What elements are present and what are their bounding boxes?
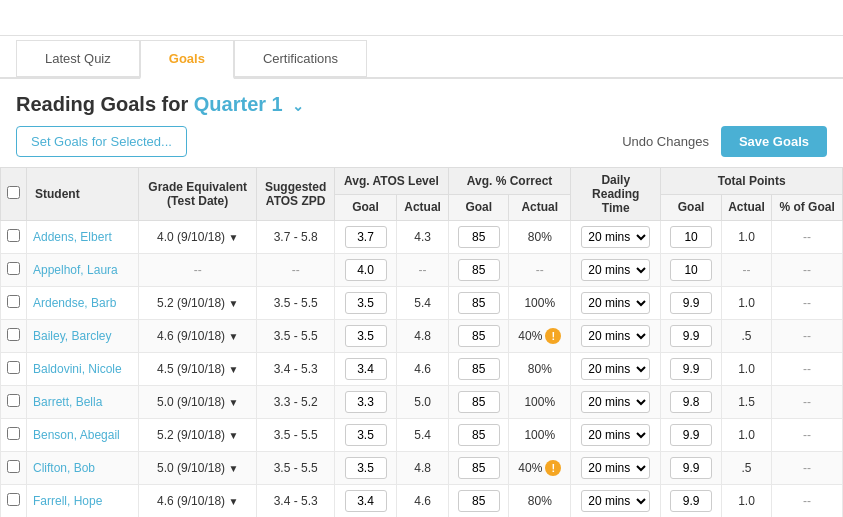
atos-goal-cell[interactable] bbox=[334, 221, 396, 254]
correct-goal-input[interactable] bbox=[458, 325, 500, 347]
table-row: Addens, Elbert 4.0 (9/10/18) ▼ 3.7 - 5.8… bbox=[1, 221, 843, 254]
correct-goal-input[interactable] bbox=[458, 457, 500, 479]
row-checkbox[interactable] bbox=[7, 295, 20, 308]
pts-goal-input[interactable] bbox=[670, 325, 712, 347]
select-all-checkbox[interactable] bbox=[7, 186, 20, 199]
pts-goal-cell[interactable] bbox=[661, 485, 722, 518]
correct-goal-input[interactable] bbox=[458, 292, 500, 314]
correct-goal-input[interactable] bbox=[458, 259, 500, 281]
correct-goal-input[interactable] bbox=[458, 490, 500, 512]
daily-time-select[interactable]: 20 mins 15 mins 30 mins bbox=[581, 424, 650, 446]
correct-goal-input[interactable] bbox=[458, 391, 500, 413]
student-name[interactable]: Barrett, Bella bbox=[27, 386, 139, 419]
correct-goal-input[interactable] bbox=[458, 358, 500, 380]
daily-time-select[interactable]: 20 mins 15 mins 30 mins bbox=[581, 226, 650, 248]
pts-goal-input[interactable] bbox=[670, 358, 712, 380]
pts-goal-cell[interactable] bbox=[661, 353, 722, 386]
daily-time-select[interactable]: 20 mins 15 mins 30 mins bbox=[581, 490, 650, 512]
atos-goal-input[interactable] bbox=[345, 226, 387, 248]
pts-goal-cell[interactable] bbox=[661, 287, 722, 320]
atos-goal-input[interactable] bbox=[345, 424, 387, 446]
correct-goal-cell[interactable] bbox=[448, 320, 509, 353]
tab-certifications[interactable]: Certifications bbox=[234, 40, 367, 77]
correct-goal-cell[interactable] bbox=[448, 386, 509, 419]
pts-goal-cell[interactable] bbox=[661, 320, 722, 353]
pts-goal-input[interactable] bbox=[670, 292, 712, 314]
correct-goal-cell[interactable] bbox=[448, 287, 509, 320]
undo-changes-link[interactable]: Undo Changes bbox=[622, 134, 709, 149]
daily-time-cell[interactable]: 20 mins 15 mins 30 mins bbox=[571, 419, 661, 452]
daily-time-select[interactable]: 20 mins 15 mins 30 mins bbox=[581, 391, 650, 413]
row-checkbox[interactable] bbox=[7, 229, 20, 242]
tab-latest-quiz[interactable]: Latest Quiz bbox=[16, 40, 140, 77]
atos-goal-cell[interactable] bbox=[334, 353, 396, 386]
pts-goal-cell[interactable] bbox=[661, 254, 722, 287]
correct-goal-input[interactable] bbox=[458, 226, 500, 248]
atos-goal-input[interactable] bbox=[345, 292, 387, 314]
row-checkbox[interactable] bbox=[7, 328, 20, 341]
correct-goal-cell[interactable] bbox=[448, 485, 509, 518]
correct-goal-cell[interactable] bbox=[448, 221, 509, 254]
atos-goal-input[interactable] bbox=[345, 259, 387, 281]
daily-time-cell[interactable]: 20 mins 15 mins 30 mins bbox=[571, 320, 661, 353]
atos-goal-input[interactable] bbox=[345, 358, 387, 380]
set-goals-button[interactable]: Set Goals for Selected... bbox=[16, 126, 187, 157]
atos-goal-input[interactable] bbox=[345, 325, 387, 347]
pts-goal-cell[interactable] bbox=[661, 419, 722, 452]
correct-goal-cell[interactable] bbox=[448, 452, 509, 485]
save-goals-button[interactable]: Save Goals bbox=[721, 126, 827, 157]
atos-goal-input[interactable] bbox=[345, 490, 387, 512]
row-checkbox[interactable] bbox=[7, 394, 20, 407]
daily-time-select[interactable]: 20 mins 15 mins 30 mins bbox=[581, 292, 650, 314]
atos-goal-cell[interactable] bbox=[334, 452, 396, 485]
correct-goal-cell[interactable] bbox=[448, 254, 509, 287]
daily-time-cell[interactable]: 20 mins 15 mins 30 mins bbox=[571, 386, 661, 419]
daily-time-cell[interactable]: 20 mins 15 mins 30 mins bbox=[571, 221, 661, 254]
chevron-down-icon[interactable]: ⌄ bbox=[292, 98, 304, 114]
daily-time-cell[interactable]: 20 mins 15 mins 30 mins bbox=[571, 287, 661, 320]
pts-goal-cell[interactable] bbox=[661, 221, 722, 254]
student-name[interactable]: Addens, Elbert bbox=[27, 221, 139, 254]
atos-goal-cell[interactable] bbox=[334, 386, 396, 419]
correct-goal-cell[interactable] bbox=[448, 419, 509, 452]
atos-goal-cell[interactable] bbox=[334, 419, 396, 452]
pts-goal-cell[interactable] bbox=[661, 452, 722, 485]
daily-time-cell[interactable]: 20 mins 15 mins 30 mins bbox=[571, 353, 661, 386]
pts-goal-input[interactable] bbox=[670, 259, 712, 281]
student-name[interactable]: Bailey, Barcley bbox=[27, 320, 139, 353]
daily-time-select[interactable]: 20 mins 15 mins 30 mins bbox=[581, 259, 650, 281]
tab-goals[interactable]: Goals bbox=[140, 40, 234, 79]
atos-goal-input[interactable] bbox=[345, 457, 387, 479]
student-name[interactable]: Baldovini, Nicole bbox=[27, 353, 139, 386]
student-name[interactable]: Farrell, Hope bbox=[27, 485, 139, 518]
daily-time-cell[interactable]: 20 mins 15 mins 30 mins bbox=[571, 254, 661, 287]
pts-goal-input[interactable] bbox=[670, 391, 712, 413]
atos-goal-cell[interactable] bbox=[334, 485, 396, 518]
student-name[interactable]: Appelhof, Laura bbox=[27, 254, 139, 287]
pts-goal-input[interactable] bbox=[670, 457, 712, 479]
pts-goal-input[interactable] bbox=[670, 226, 712, 248]
atos-goal-cell[interactable] bbox=[334, 254, 396, 287]
daily-time-cell[interactable]: 20 mins 15 mins 30 mins bbox=[571, 452, 661, 485]
daily-time-cell[interactable]: 20 mins 15 mins 30 mins bbox=[571, 485, 661, 518]
daily-time-select[interactable]: 20 mins 15 mins 30 mins bbox=[581, 358, 650, 380]
row-checkbox[interactable] bbox=[7, 361, 20, 374]
atos-goal-cell[interactable] bbox=[334, 320, 396, 353]
atos-goal-input[interactable] bbox=[345, 391, 387, 413]
atos-goal-cell[interactable] bbox=[334, 287, 396, 320]
pts-goal-input[interactable] bbox=[670, 424, 712, 446]
pts-goal-input[interactable] bbox=[670, 490, 712, 512]
daily-time-select[interactable]: 20 mins 15 mins 30 mins bbox=[581, 325, 650, 347]
row-checkbox[interactable] bbox=[7, 262, 20, 275]
avg-atos-header: Avg. ATOS Level bbox=[334, 168, 448, 195]
student-name[interactable]: Ardendse, Barb bbox=[27, 287, 139, 320]
row-checkbox[interactable] bbox=[7, 493, 20, 506]
correct-goal-input[interactable] bbox=[458, 424, 500, 446]
row-checkbox[interactable] bbox=[7, 460, 20, 473]
student-name[interactable]: Clifton, Bob bbox=[27, 452, 139, 485]
pts-goal-cell[interactable] bbox=[661, 386, 722, 419]
student-name[interactable]: Benson, Abegail bbox=[27, 419, 139, 452]
correct-goal-cell[interactable] bbox=[448, 353, 509, 386]
daily-time-select[interactable]: 20 mins 15 mins 30 mins bbox=[581, 457, 650, 479]
row-checkbox[interactable] bbox=[7, 427, 20, 440]
